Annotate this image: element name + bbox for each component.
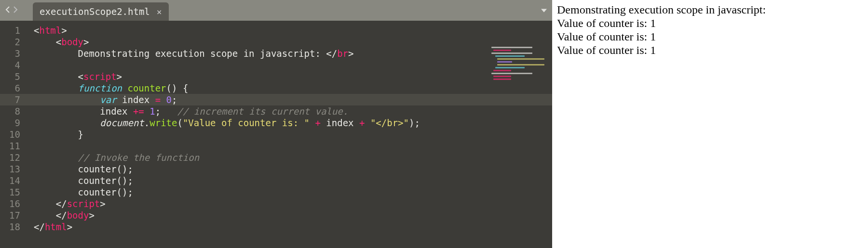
code-line[interactable] bbox=[29, 59, 552, 71]
code-line[interactable]: index += 1; // increment its current val… bbox=[29, 105, 552, 117]
code-line[interactable]: counter(); bbox=[29, 186, 552, 198]
line-number: 18 bbox=[0, 221, 29, 233]
code-line[interactable]: function counter() { bbox=[29, 82, 552, 94]
code-line[interactable]: </body> bbox=[29, 209, 552, 221]
code-line[interactable]: <html> bbox=[29, 25, 552, 36]
line-number: 15 bbox=[0, 186, 29, 198]
code-line[interactable] bbox=[29, 140, 552, 152]
code-line[interactable]: counter(); bbox=[29, 163, 552, 175]
line-number: 13 bbox=[0, 163, 29, 175]
code-line[interactable]: document.write("Value of counter is: " +… bbox=[29, 117, 552, 129]
line-number: 9 bbox=[0, 117, 29, 129]
line-number: 5 bbox=[0, 71, 29, 82]
code-line[interactable]: </script> bbox=[29, 198, 552, 209]
code-line[interactable]: </html> bbox=[29, 221, 552, 233]
file-tab[interactable]: executionScope2.html × bbox=[33, 2, 169, 21]
output-line: Demonstrating execution scope in javascr… bbox=[557, 3, 863, 16]
code-line[interactable]: <body> bbox=[29, 36, 552, 48]
line-number: 12 bbox=[0, 152, 29, 163]
output-pane: Demonstrating execution scope in javascr… bbox=[552, 0, 868, 248]
line-number-gutter: 123456789101112131415161718 bbox=[0, 21, 29, 248]
line-number: 10 bbox=[0, 129, 29, 140]
line-number: 1 bbox=[0, 25, 29, 36]
minimap[interactable] bbox=[487, 45, 549, 83]
output-line: Value of counter is: 1 bbox=[557, 43, 863, 57]
code-line[interactable]: Demonstrating execution scope in javascr… bbox=[29, 48, 552, 59]
editor-body[interactable]: 123456789101112131415161718 <html> <body… bbox=[0, 21, 552, 248]
tab-bar: executionScope2.html × bbox=[0, 0, 552, 21]
close-icon[interactable]: × bbox=[157, 7, 162, 17]
line-number: 11 bbox=[0, 140, 29, 152]
code-line[interactable]: } bbox=[29, 129, 552, 140]
editor-pane: executionScope2.html × 12345678910111213… bbox=[0, 0, 552, 248]
line-number: 17 bbox=[0, 209, 29, 221]
code-area[interactable]: <html> <body> Demonstrating execution sc… bbox=[29, 21, 552, 248]
line-number: 8 bbox=[0, 105, 29, 117]
code-line[interactable]: // Invoke the function bbox=[29, 152, 552, 163]
code-line[interactable]: var index = 0; bbox=[29, 94, 552, 105]
code-line[interactable]: <script> bbox=[29, 71, 552, 82]
line-number: 16 bbox=[0, 198, 29, 209]
tab-overflow-button[interactable] bbox=[541, 6, 547, 15]
line-number: 3 bbox=[0, 48, 29, 59]
line-number: 7 bbox=[0, 94, 29, 105]
tab-filename: executionScope2.html bbox=[40, 6, 150, 17]
output-line: Value of counter is: 1 bbox=[557, 30, 863, 43]
nav-back-icon[interactable] bbox=[5, 6, 11, 15]
nav-forward-icon[interactable] bbox=[13, 6, 18, 15]
line-number: 6 bbox=[0, 82, 29, 94]
line-number: 2 bbox=[0, 36, 29, 48]
line-number: 4 bbox=[0, 59, 29, 71]
output-line: Value of counter is: 1 bbox=[557, 16, 863, 30]
nav-arrows bbox=[0, 0, 23, 21]
line-number: 14 bbox=[0, 175, 29, 186]
code-line[interactable]: counter(); bbox=[29, 175, 552, 186]
